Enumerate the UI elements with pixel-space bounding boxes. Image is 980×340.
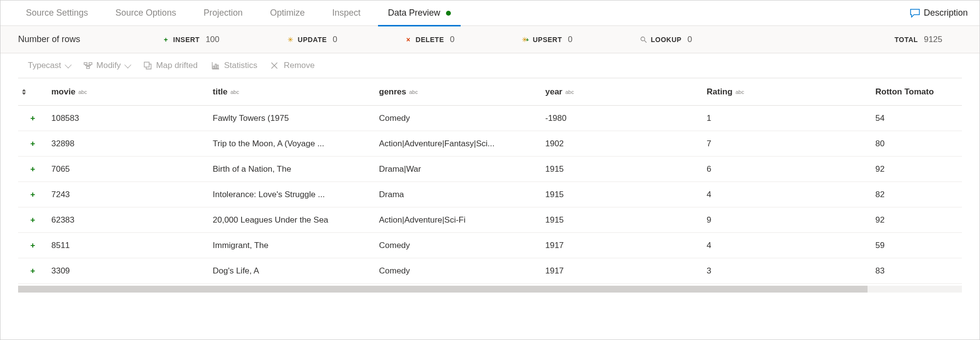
cell-year: 1915	[541, 207, 703, 233]
table-row[interactable]: +108583Fawlty Towers (1975Comedy-1980154	[18, 106, 962, 131]
cell-genres: Action|Adventure|Sci-Fi	[375, 207, 541, 233]
tab-label: Inspect	[332, 8, 360, 18]
row-insert-icon: +	[18, 182, 47, 207]
grid-container: movieabc titleabc genresabc yearabc Rati…	[18, 78, 962, 284]
cell-movie: 62383	[47, 207, 209, 233]
table-row[interactable]: +8511Immigrant, TheComedy1917459	[18, 233, 962, 258]
cell-year: 1915	[541, 182, 703, 207]
tab-inspect[interactable]: Inspect	[318, 0, 374, 26]
svg-rect-7	[215, 64, 217, 68]
cell-genres: Comedy	[375, 233, 541, 258]
type-badge: abc	[565, 89, 574, 95]
type-badge: abc	[78, 89, 87, 95]
table-row[interactable]: +32898Trip to the Moon, A (Voyage ...Act…	[18, 131, 962, 157]
cell-genres: Action|Adventure|Fantasy|Sci...	[375, 131, 541, 157]
cell-movie: 7065	[47, 157, 209, 182]
tool-label: Remove	[284, 61, 314, 70]
comment-icon	[910, 9, 920, 18]
tool-label: Statistics	[224, 61, 257, 70]
row-insert-icon: +	[18, 258, 47, 284]
update-icon: ✳	[287, 36, 294, 43]
column-rating[interactable]: Ratingabc	[703, 78, 871, 106]
stat-name: UPDATE	[298, 36, 327, 44]
column-movie[interactable]: movieabc	[47, 78, 209, 106]
cell-rotten: 54	[871, 106, 962, 131]
cell-rotten: 92	[871, 157, 962, 182]
column-rotten-tomato[interactable]: Rotton Tomato	[871, 78, 962, 106]
statistics-icon	[211, 61, 220, 70]
stat-name: LOOKUP	[651, 36, 682, 44]
svg-rect-4	[87, 67, 89, 68]
cell-title: Trip to the Moon, A (Voyage ...	[209, 131, 375, 157]
tab-label: Data Preview	[388, 8, 440, 18]
cell-year: -1980	[541, 106, 703, 131]
cell-genres: Comedy	[375, 258, 541, 284]
remove-icon	[271, 61, 280, 70]
tab-source-options[interactable]: Source Options	[102, 0, 190, 26]
cell-rating: 4	[703, 233, 871, 258]
delete-icon: ×	[405, 36, 412, 43]
chevron-down-icon	[124, 62, 131, 68]
statistics-button[interactable]: Statistics	[211, 61, 257, 70]
number-of-rows-label: Number of rows	[18, 34, 80, 45]
table-row[interactable]: +6238320,000 Leagues Under the SeaAction…	[18, 207, 962, 233]
cell-rating: 3	[703, 258, 871, 284]
header-row: movieabc titleabc genresabc yearabc Rati…	[18, 78, 962, 106]
stat-name: TOTAL	[894, 36, 918, 44]
stat-value: 0	[450, 35, 454, 45]
tab-optimize[interactable]: Optimize	[256, 0, 318, 26]
typecast-button[interactable]: Typecast	[28, 61, 70, 70]
sort-icon	[22, 89, 26, 95]
remove-button[interactable]: Remove	[271, 61, 314, 70]
map-drifted-button[interactable]: Map drifted	[143, 61, 198, 70]
row-insert-icon: +	[18, 157, 47, 182]
tab-data-preview[interactable]: Data Preview	[374, 0, 465, 26]
table-row[interactable]: +7243Intolerance: Love's Struggle ...Dra…	[18, 182, 962, 207]
scrollbar-thumb[interactable]	[18, 286, 868, 293]
cell-rotten: 82	[871, 182, 962, 207]
column-label: Rating	[707, 87, 733, 96]
stat-upsert: ✳+ UPSERT 0	[522, 35, 572, 45]
cell-year: 1917	[541, 258, 703, 284]
column-label: title	[213, 87, 227, 96]
data-grid: movieabc titleabc genresabc yearabc Rati…	[18, 78, 962, 284]
horizontal-scrollbar[interactable]	[18, 286, 962, 293]
column-title[interactable]: titleabc	[209, 78, 375, 106]
tabs-bar: Source Settings Source Options Projectio…	[0, 0, 980, 26]
tab-projection[interactable]: Projection	[190, 0, 256, 26]
cell-movie: 32898	[47, 131, 209, 157]
stat-value: 0	[333, 35, 337, 45]
column-label: genres	[379, 87, 406, 96]
cell-title: Intolerance: Love's Struggle ...	[209, 182, 375, 207]
modify-button[interactable]: Modify	[84, 61, 130, 70]
type-badge: abc	[409, 89, 418, 95]
stat-value: 0	[688, 35, 692, 45]
description-button[interactable]: Description	[910, 8, 968, 18]
modify-icon	[84, 61, 92, 70]
cell-title: Dog's Life, A	[209, 258, 375, 284]
cell-title: 20,000 Leagues Under the Sea	[209, 207, 375, 233]
svg-rect-3	[89, 63, 92, 65]
cell-title: Fawlty Towers (1975	[209, 106, 375, 131]
stat-delete: × DELETE 0	[405, 35, 455, 45]
tool-label: Map drifted	[156, 61, 198, 70]
svg-rect-6	[213, 66, 215, 68]
upsert-icon: ✳+	[522, 36, 529, 43]
cell-rotten: 80	[871, 131, 962, 157]
cell-rotten: 92	[871, 207, 962, 233]
sort-header[interactable]	[18, 78, 47, 106]
cell-genres: Drama|War	[375, 157, 541, 182]
cell-rotten: 83	[871, 258, 962, 284]
cell-rotten: 59	[871, 233, 962, 258]
column-year[interactable]: yearabc	[541, 78, 703, 106]
chevron-down-icon	[65, 62, 71, 68]
table-row[interactable]: +7065Birth of a Nation, TheDrama|War1915…	[18, 157, 962, 182]
tab-label: Source Options	[115, 8, 176, 18]
table-row[interactable]: +3309Dog's Life, AComedy1917383	[18, 258, 962, 284]
insert-icon: +	[162, 36, 169, 43]
stat-value: 0	[568, 35, 572, 45]
tab-source-settings[interactable]: Source Settings	[12, 0, 102, 26]
cell-movie: 7243	[47, 182, 209, 207]
tool-label: Modify	[96, 61, 121, 70]
column-genres[interactable]: genresabc	[375, 78, 541, 106]
